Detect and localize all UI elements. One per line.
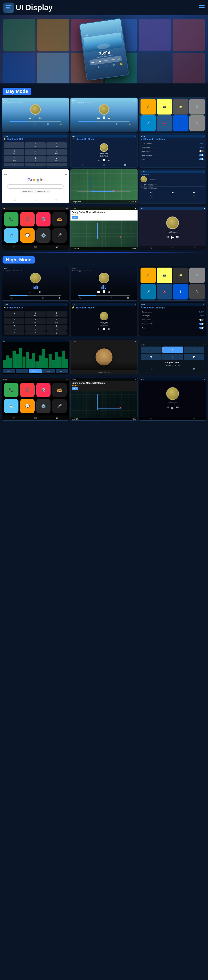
social-next[interactable]: ⏭ <box>193 191 195 194</box>
key-9[interactable]: 9WXYZ <box>46 156 67 162</box>
night-np-controls[interactable]: ⏮ ▶ ⏭ <box>166 406 179 410</box>
night-carplay-settings[interactable]: ⚙️ <box>36 399 51 414</box>
night-app-wifi[interactable]: 📶 <box>140 300 156 301</box>
night-play-1[interactable]: ⏸ <box>33 289 38 294</box>
go-button[interactable]: GO <box>72 216 78 219</box>
social-play[interactable]: ▶ <box>172 191 173 194</box>
eq-ctrl-1[interactable]: MAP <box>3 369 15 373</box>
night-play-2[interactable]: ⏸ <box>102 289 106 294</box>
app-settings[interactable]: ⚙️ <box>189 99 205 115</box>
dialpad[interactable]: 1 2ABC 3DEF 4GHI 5JKL 6MNO 7PQRS 8TUV 9W… <box>3 142 68 167</box>
night-prev-2[interactable]: ⏮ <box>97 290 100 294</box>
night-bt-controls[interactable]: ⏮ ⏸ ⏭ <box>98 327 110 331</box>
app-files[interactable]: 📁 <box>173 99 189 115</box>
key-hash[interactable]: # <box>46 163 67 167</box>
key-5[interactable]: 5JKL <box>25 149 46 155</box>
bt-next[interactable]: ⏭ <box>107 159 110 162</box>
night-key-3[interactable]: 3DEF <box>46 311 67 317</box>
key-2[interactable]: 2ABC <box>25 142 46 148</box>
night-np-play[interactable]: ▶ <box>171 406 174 410</box>
carplay-msg-icon[interactable]: 💬 <box>20 228 35 243</box>
night-auto-answer-toggle[interactable] <box>199 319 203 321</box>
night-go-button[interactable]: GO <box>72 387 78 390</box>
eq-ctrl-5[interactable]: AMP <box>56 369 68 373</box>
play-btn-2[interactable]: ⏸ <box>102 116 106 121</box>
night-key-5[interactable]: 5JKL <box>25 318 46 324</box>
key-7[interactable]: 7PQRS <box>4 156 24 162</box>
night-app-extra3[interactable]: 🟢 <box>189 300 205 301</box>
night-app-bt[interactable]: ₿ <box>173 284 189 299</box>
night-app-music[interactable]: 🎵 <box>140 267 156 283</box>
night-dialpad[interactable]: 1 2ABC 3DEF 4GHI 5JKL 6MNO 7PQRS 8TUV 9W… <box>3 310 68 336</box>
night-key-0[interactable]: 0 <box>25 331 46 335</box>
night-app-photos[interactable]: 📷 <box>157 267 172 283</box>
eq-ctrl-2[interactable]: EQ <box>16 369 28 373</box>
night-key-star[interactable]: * <box>4 331 24 335</box>
app-wifi[interactable]: 📶 <box>140 132 156 132</box>
np-controls[interactable]: ⏮ ▶ ⏭ <box>166 235 179 239</box>
carplay-extra-icon[interactable]: 📻 <box>52 212 67 226</box>
night-np-prev[interactable]: ⏮ <box>166 406 169 410</box>
eq-ctrl-3[interactable]: SOUND <box>29 369 42 373</box>
night-app-extra2[interactable]: 🔴 <box>173 300 189 301</box>
key-8[interactable]: 8TUV <box>25 156 46 162</box>
song-item-2[interactable]: 🎵 华年_对比版.mp3 <box>140 187 205 190</box>
key-4[interactable]: 4GHI <box>4 149 24 155</box>
google-search-btn[interactable]: Google Search <box>21 190 34 193</box>
google-search-bar[interactable] <box>7 185 64 189</box>
app-telegram[interactable]: ✈️ <box>140 115 156 131</box>
night-next-1[interactable]: ⏭ <box>39 290 42 294</box>
bt-music-controls[interactable]: ⏮ ⏸ ⏭ <box>98 158 110 162</box>
night-next-2[interactable]: ⏭ <box>108 290 111 294</box>
key-3[interactable]: 3DEF <box>46 142 67 148</box>
night-app-tool[interactable]: 🔧 <box>189 284 205 299</box>
player-controls-2[interactable]: ⏮ ⏸ ⏭ <box>97 116 111 121</box>
eq-ctrl-4[interactable]: REV <box>42 369 55 373</box>
carplay-maps-icon[interactable]: 🗺️ <box>4 228 19 243</box>
song-item-1[interactable]: 🎵 华年_对比版.mp4 <box>140 183 205 187</box>
power-toggle[interactable] <box>199 158 203 160</box>
app-photos[interactable]: 📷 <box>157 99 172 115</box>
app-vehicar[interactable]: 🚗 <box>157 115 172 131</box>
night-carplay-radio[interactable]: 📻 <box>52 383 67 397</box>
night-app-vehicar[interactable]: 🚗 <box>157 284 172 299</box>
night-controls-1[interactable]: ⏮ ⏸ ⏭ <box>28 289 42 294</box>
key-1[interactable]: 1 <box>4 142 24 148</box>
night-key-1[interactable]: 1 <box>4 311 24 317</box>
prev-btn-1[interactable]: ⏮ <box>28 116 32 120</box>
bt-play[interactable]: ⏸ <box>102 158 106 162</box>
google-lucky-btn[interactable]: I'm Feeling Lucky <box>35 190 50 193</box>
app-extra3[interactable]: 🟢 <box>189 132 205 132</box>
night-carplay-phone[interactable]: 📞 <box>4 383 19 397</box>
night-key-hash[interactable]: # <box>46 331 67 335</box>
night-bt-prev[interactable]: ⏮ <box>98 328 101 330</box>
carplay-phone-icon[interactable]: 📞 <box>4 212 19 226</box>
bt-prev[interactable]: ⏮ <box>98 159 101 162</box>
night-key-9[interactable]: 9WXYZ <box>46 325 67 331</box>
auto-answer-toggle[interactable] <box>199 150 203 152</box>
carplay-settings-icon[interactable]: ⚙️ <box>36 228 51 243</box>
key-star[interactable]: * <box>4 163 24 167</box>
night-prev-1[interactable]: ⏮ <box>28 290 32 294</box>
night-key-4[interactable]: 4GHI <box>4 318 24 324</box>
app-bluetooth[interactable]: ₿ <box>173 115 189 131</box>
night-key-6[interactable]: 6MNO <box>46 318 67 324</box>
night-key-2[interactable]: 2ABC <box>25 311 46 317</box>
app-music[interactable]: 🎵 <box>140 99 156 115</box>
night-app-settings[interactable]: ⚙️ <box>189 267 205 283</box>
night-carplay-maps[interactable]: 🗺️ <box>4 399 19 414</box>
carplay-podcast-icon[interactable]: 🎙️ <box>36 212 51 226</box>
prev-btn-2[interactable]: ⏮ <box>97 116 100 120</box>
next-btn-2[interactable]: ⏭ <box>108 116 111 120</box>
night-app-extra1[interactable]: 🔵 <box>157 300 172 301</box>
app-extra1[interactable]: 🔵 <box>157 132 172 132</box>
night-power-toggle[interactable] <box>199 327 203 329</box>
social-prev[interactable]: ⏮ <box>150 191 153 194</box>
key-6[interactable]: 6MNO <box>46 149 67 155</box>
next-btn-1[interactable]: ⏭ <box>39 116 42 120</box>
key-0[interactable]: 0 <box>25 163 46 167</box>
app-settings-2[interactable]: 🔧 <box>189 115 205 131</box>
night-np-next[interactable]: ⏭ <box>176 406 179 410</box>
social-controls[interactable]: ⏮ ▶ ⏭ <box>140 191 205 194</box>
night-key-8[interactable]: 8TUV <box>25 325 46 331</box>
